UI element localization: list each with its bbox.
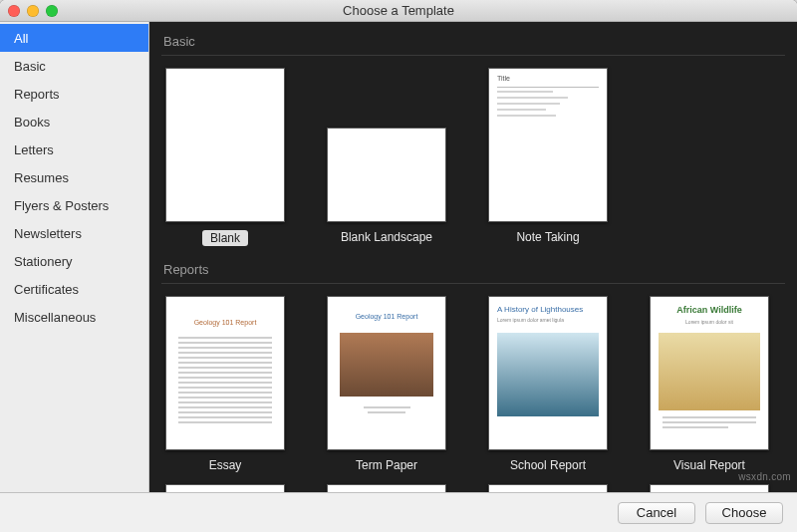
doc-title: Geology 101 Report: [166, 319, 284, 326]
doc-title: A History of Lighthouses: [497, 305, 583, 314]
doc-subtitle: Lorem ipsum dolor amet ligula: [497, 317, 564, 323]
template-thumb-blank: [165, 68, 285, 222]
dialog-footer: Cancel Choose: [0, 492, 797, 532]
sidebar-item-all[interactable]: All: [0, 24, 148, 52]
close-window-button[interactable]: [8, 5, 20, 17]
category-sidebar: All Basic Reports Books Letters Resumes …: [0, 22, 149, 492]
sidebar-item-letters[interactable]: Letters: [0, 135, 148, 163]
section-header-basic: Basic: [161, 30, 785, 56]
template-thumb-blank-landscape: [327, 128, 446, 222]
section-reports-continued: [161, 484, 785, 492]
template-thumb-term-paper: Geology 101 Report: [327, 296, 446, 450]
template-label: Term Paper: [356, 458, 417, 472]
sidebar-item-newsletters[interactable]: Newsletters: [0, 219, 148, 247]
template-item[interactable]: [650, 484, 769, 492]
template-note-taking[interactable]: Title Note Taking: [488, 68, 608, 246]
template-thumb-visual-report: African Wildlife Lorem ipsum dolor sit: [650, 296, 769, 450]
titlebar: Choose a Template: [0, 0, 797, 22]
photo-icon: [340, 333, 433, 397]
sidebar-item-basic[interactable]: Basic: [0, 52, 148, 80]
sidebar-item-flyers[interactable]: Flyers & Posters: [0, 191, 148, 219]
template-thumb-school-report: A History of Lighthouses Lorem ipsum dol…: [488, 296, 608, 450]
choose-button[interactable]: Choose: [705, 502, 783, 524]
template-term-paper[interactable]: Geology 101 Report Term Paper: [327, 296, 446, 472]
sidebar-item-certificates[interactable]: Certificates: [0, 275, 148, 303]
photo-icon: [659, 333, 760, 410]
section-basic: Basic Blank Blank Landscape Title: [161, 30, 785, 246]
template-label: School Report: [510, 458, 586, 472]
template-blank[interactable]: Blank: [165, 68, 285, 246]
template-item[interactable]: [488, 484, 608, 492]
photo-icon: [497, 333, 599, 416]
doc-title: African Wildlife: [651, 305, 768, 315]
template-item[interactable]: [165, 484, 285, 492]
template-label: Note Taking: [516, 230, 579, 244]
template-label: Visual Report: [673, 458, 745, 472]
doc-title: Geology 101 Report: [328, 313, 445, 320]
template-label: Essay: [209, 458, 242, 472]
sidebar-item-reports[interactable]: Reports: [0, 80, 148, 108]
template-visual-report[interactable]: African Wildlife Lorem ipsum dolor sit V…: [650, 296, 769, 472]
window-title: Choose a Template: [0, 3, 797, 18]
template-item[interactable]: [327, 484, 446, 492]
template-essay[interactable]: Geology 101 Report Essay: [165, 296, 285, 472]
template-school-report[interactable]: A History of Lighthouses Lorem ipsum dol…: [488, 296, 608, 472]
sidebar-item-books[interactable]: Books: [0, 108, 148, 135]
template-label: Blank: [202, 230, 248, 246]
minimize-window-button[interactable]: [27, 5, 39, 17]
doc-subtitle: Lorem ipsum dolor sit: [651, 319, 768, 325]
section-reports: Reports Geology 101 Report Ess: [161, 258, 785, 472]
zoom-window-button[interactable]: [46, 5, 58, 17]
section-header-reports: Reports: [161, 258, 785, 284]
template-thumb-note-taking: Title: [488, 68, 608, 222]
cancel-button[interactable]: Cancel: [618, 502, 695, 524]
sidebar-item-resumes[interactable]: Resumes: [0, 163, 148, 191]
doc-title: Title: [497, 75, 510, 82]
template-blank-landscape[interactable]: Blank Landscape: [327, 68, 446, 246]
sidebar-item-stationery[interactable]: Stationery: [0, 247, 148, 275]
template-gallery[interactable]: Basic Blank Blank Landscape Title: [149, 22, 797, 492]
template-label: Blank Landscape: [341, 230, 432, 244]
template-thumb-essay: Geology 101 Report: [165, 296, 285, 450]
sidebar-item-miscellaneous[interactable]: Miscellaneous: [0, 303, 148, 331]
